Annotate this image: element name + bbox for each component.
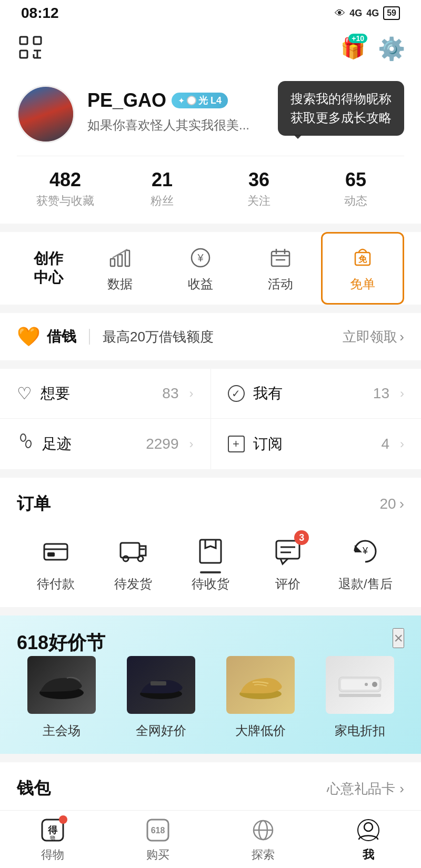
nav-explore-label: 探索 bbox=[252, 847, 275, 863]
loan-arrow-icon: › bbox=[399, 329, 404, 345]
bottom-nav: 得 物 得物 618 购买 探索 bbox=[0, 810, 421, 868]
stat-likes[interactable]: 482 获赞与收藏 bbox=[17, 169, 114, 209]
review-badge: 3 bbox=[294, 530, 309, 545]
stat-fans[interactable]: 21 粉丝 bbox=[114, 169, 210, 209]
scan-button[interactable] bbox=[17, 35, 44, 62]
avatar[interactable] bbox=[17, 85, 75, 143]
home-notification-dot bbox=[59, 815, 67, 824]
nav-item-explore[interactable]: 探索 bbox=[226, 816, 300, 863]
svg-rect-28 bbox=[276, 541, 299, 559]
receive-underline bbox=[200, 571, 221, 573]
tab-free[interactable]: 免 免单 bbox=[321, 232, 405, 305]
grid-cell-footprint[interactable]: 足迹 2299 › bbox=[0, 419, 211, 469]
loan-action[interactable]: 立即领取 › bbox=[343, 328, 404, 346]
svg-rect-1 bbox=[34, 37, 41, 44]
grid-row-1: ♡ 想要 83 › ✓ 我有 13 › bbox=[0, 369, 421, 419]
nav-home-label: 得物 bbox=[41, 847, 64, 863]
best-shoe-image bbox=[127, 656, 195, 714]
festival-main-label: 主会场 bbox=[43, 722, 81, 739]
svg-rect-9 bbox=[125, 250, 129, 266]
battery-indicator: 59 bbox=[383, 6, 400, 20]
brand-shoe-image bbox=[226, 656, 295, 714]
tab-activity-label: 活动 bbox=[268, 276, 293, 292]
settings-button[interactable]: ⚙️ bbox=[379, 36, 404, 61]
order-review-label: 评价 bbox=[275, 576, 300, 592]
order-item-ship[interactable]: 待发货 bbox=[102, 533, 165, 592]
loan-divider bbox=[89, 329, 90, 345]
svg-rect-27 bbox=[200, 540, 221, 563]
festival-item-brand[interactable]: 大牌低价 bbox=[216, 656, 305, 739]
wishlist-count: 83 bbox=[162, 385, 178, 402]
order-item-pay[interactable]: 待付款 bbox=[24, 533, 87, 592]
free-icon: 免 bbox=[349, 244, 376, 271]
festival-item-main[interactable]: 主会场 bbox=[17, 656, 106, 739]
star-icon: ✦ bbox=[178, 96, 185, 106]
level-text: 光 L4 bbox=[198, 94, 222, 107]
receive-icon-wrap bbox=[193, 533, 228, 569]
order-receive-label: 待收货 bbox=[192, 576, 229, 592]
level-badge: ✦ 光 L4 bbox=[172, 93, 228, 108]
loan-banner[interactable]: 🧡 借钱 最高20万借钱额度 立即领取 › bbox=[0, 313, 421, 360]
order-ship-label: 待发货 bbox=[114, 576, 152, 592]
tab-activity[interactable]: 活动 bbox=[240, 234, 321, 303]
grid-cell-owned[interactable]: ✓ 我有 13 › bbox=[211, 369, 422, 418]
stat-likes-label: 获赞与收藏 bbox=[17, 193, 114, 209]
eye-icon: 👁 bbox=[335, 7, 345, 19]
order-item-receive[interactable]: 待收货 bbox=[179, 533, 242, 592]
appliance-image bbox=[326, 656, 394, 714]
wallet-right[interactable]: 心意礼品卡 › bbox=[327, 780, 404, 798]
me-nav-icon bbox=[355, 816, 382, 844]
festival-items: 主会场 全网好价 bbox=[17, 656, 404, 739]
order-item-refund[interactable]: ¥ 退款/售后 bbox=[334, 533, 397, 592]
nav-item-buy[interactable]: 618 购买 bbox=[121, 816, 195, 863]
signal2-icon: 4G bbox=[366, 8, 379, 19]
svg-text:¥: ¥ bbox=[362, 546, 368, 556]
nav-item-me[interactable]: 我 bbox=[332, 816, 405, 863]
review-icon-wrap: 3 bbox=[270, 533, 306, 569]
festival-close-button[interactable]: × bbox=[393, 628, 404, 648]
buy-nav-icon: 618 bbox=[144, 816, 172, 844]
creator-tabs: 创作 中心 数据 ¥ 收益 bbox=[17, 232, 404, 305]
explore-nav-icon bbox=[249, 816, 277, 844]
stat-following[interactable]: 36 关注 bbox=[210, 169, 307, 209]
status-bar: 08:12 👁 4G 4G 59 bbox=[0, 0, 421, 26]
orders-count[interactable]: 20 › bbox=[380, 496, 404, 512]
signal-icon: 4G bbox=[349, 8, 362, 19]
svg-text:免: 免 bbox=[358, 255, 367, 264]
activity-icon bbox=[267, 244, 294, 271]
income-icon: ¥ bbox=[187, 244, 214, 271]
gift-button[interactable]: 🎁 +10 bbox=[339, 35, 366, 62]
festival-img-appliance bbox=[326, 656, 394, 714]
tooltip-text: 搜索我的得物昵称 获取更多成长攻略 bbox=[290, 92, 392, 125]
loan-heart-icon: 🧡 bbox=[17, 326, 41, 348]
creator-center-button[interactable]: 创作 中心 bbox=[17, 235, 80, 302]
stat-posts[interactable]: 65 动态 bbox=[307, 169, 404, 209]
orders-title: 订单 bbox=[17, 492, 51, 516]
tab-free-label: 免单 bbox=[350, 276, 375, 292]
nav-me-label: 我 bbox=[363, 847, 374, 863]
stat-following-num: 36 bbox=[210, 169, 307, 191]
footprint-arrow-icon: › bbox=[189, 437, 194, 451]
tab-data[interactable]: 数据 bbox=[80, 234, 161, 303]
festival-item-appliance[interactable]: 家电折扣 bbox=[315, 656, 404, 739]
owned-label: 我有 bbox=[253, 383, 365, 403]
svg-rect-12 bbox=[272, 251, 289, 266]
svg-rect-41 bbox=[339, 694, 381, 697]
festival-best-label: 全网好价 bbox=[136, 722, 186, 739]
stat-likes-num: 482 bbox=[17, 169, 114, 191]
nav-item-home[interactable]: 得 物 得物 bbox=[16, 816, 89, 863]
tab-income[interactable]: ¥ 收益 bbox=[161, 234, 241, 303]
order-item-review[interactable]: 3 评价 bbox=[256, 533, 319, 592]
svg-rect-8 bbox=[118, 255, 122, 266]
grid-cell-subscribe[interactable]: + 订阅 4 › bbox=[211, 419, 422, 469]
loan-action-text: 立即领取 bbox=[343, 328, 397, 346]
order-pay-label: 待付款 bbox=[37, 576, 75, 592]
owned-count: 13 bbox=[373, 385, 389, 402]
svg-rect-23 bbox=[47, 552, 55, 557]
header-right: 🎁 +10 ⚙️ bbox=[339, 35, 404, 62]
search-tooltip: 搜索我的得物昵称 获取更多成长攻略 bbox=[278, 81, 404, 136]
profile-section: PE_GAO ✦ 光 L4 如果你喜欢怪人其实我很美... 搜索我的得物昵称 获… bbox=[0, 73, 421, 224]
festival-item-best[interactable]: 全网好价 bbox=[116, 656, 205, 739]
grid-cell-wishlist[interactable]: ♡ 想要 83 › bbox=[0, 369, 211, 418]
username: PE_GAO bbox=[87, 89, 166, 112]
